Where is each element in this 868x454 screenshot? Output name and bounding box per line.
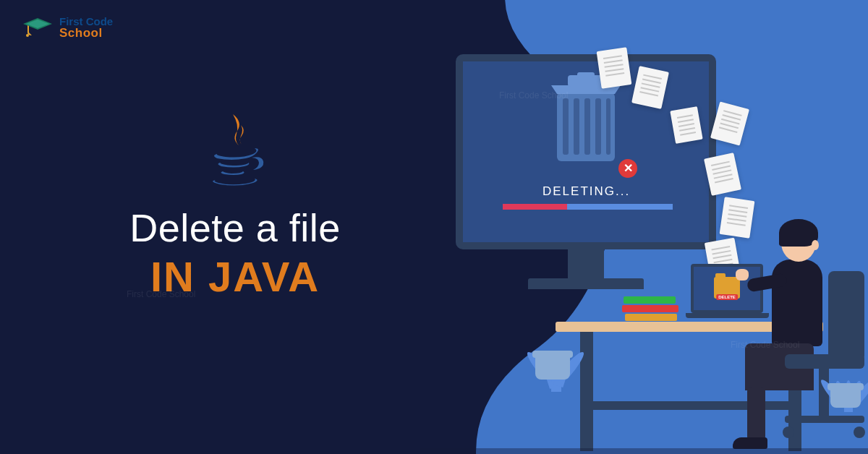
person-hand bbox=[736, 269, 749, 280]
title-line2: IN JAVA bbox=[83, 252, 387, 301]
book-stack bbox=[622, 296, 678, 322]
progress-bar bbox=[503, 204, 673, 210]
book-icon bbox=[625, 314, 677, 321]
chair-base bbox=[785, 416, 864, 423]
chair-seat bbox=[785, 354, 864, 369]
plant-decoration bbox=[535, 351, 570, 380]
monitor-base bbox=[528, 278, 644, 289]
svg-rect-6 bbox=[606, 98, 610, 155]
book-icon bbox=[622, 305, 678, 312]
file-doc-icon bbox=[720, 197, 755, 238]
person-shoe bbox=[733, 437, 767, 449]
file-doc-icon bbox=[597, 47, 632, 88]
svg-rect-8 bbox=[577, 72, 595, 78]
title-line1: Delete a file bbox=[83, 205, 387, 250]
illustration-scene: ✕ DELETING... DELETE bbox=[420, 0, 868, 454]
progress-fill bbox=[503, 204, 567, 210]
graduation-cap-icon bbox=[22, 17, 54, 38]
book-icon bbox=[624, 296, 676, 304]
deleting-status-text: DELETING... bbox=[542, 184, 630, 199]
logo-text-line1: First Code bbox=[59, 16, 113, 27]
file-doc-icon bbox=[670, 106, 702, 144]
person-torso bbox=[772, 260, 822, 346]
person-illustration bbox=[763, 224, 822, 346]
file-doc-icon bbox=[710, 101, 749, 145]
monitor-stand bbox=[568, 249, 604, 282]
chair-wheel bbox=[783, 427, 794, 438]
headline-block: Delete a file IN JAVA bbox=[83, 112, 387, 301]
person-head bbox=[781, 224, 816, 262]
chair-wheel bbox=[854, 427, 865, 438]
person-shin bbox=[747, 387, 765, 441]
logo-text-line2: School bbox=[59, 27, 113, 39]
chair-back bbox=[828, 271, 864, 361]
desk-leg bbox=[580, 332, 593, 451]
folder-icon: DELETE bbox=[714, 277, 740, 299]
laptop-base bbox=[686, 313, 769, 318]
floor-line bbox=[420, 448, 868, 454]
svg-rect-4 bbox=[584, 98, 590, 155]
java-logo-icon bbox=[203, 112, 268, 192]
svg-rect-2 bbox=[563, 98, 569, 155]
folder-delete-label: DELETE bbox=[716, 294, 738, 300]
desk-crossbar bbox=[580, 401, 801, 410]
svg-rect-5 bbox=[595, 98, 601, 155]
svg-point-0 bbox=[26, 34, 29, 37]
plant-decoration bbox=[830, 383, 861, 408]
plant-pot bbox=[830, 383, 861, 408]
plant-pot bbox=[535, 351, 570, 380]
person-ear bbox=[812, 240, 819, 250]
svg-rect-3 bbox=[574, 98, 579, 155]
brand-logo: First Code School bbox=[22, 16, 113, 39]
delete-badge-icon: ✕ bbox=[618, 159, 637, 178]
